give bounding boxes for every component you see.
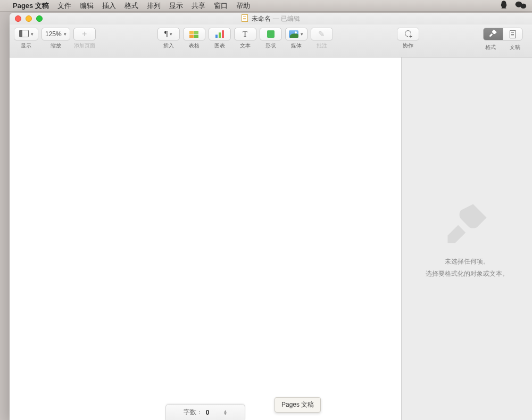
window-titlebar: 未命名 — 已编辑 (10, 13, 532, 24)
format-inspector-panel: 未选择任何项。 选择要格式化的对象或文本。 (401, 57, 532, 420)
chart-icon (215, 30, 224, 38)
media-icon (289, 30, 298, 38)
wechat-icon[interactable] (515, 0, 527, 12)
chevron-down-icon: ▾ (31, 31, 34, 37)
text-button[interactable]: T (234, 28, 256, 40)
word-count-popover[interactable]: 字数： 0 ▲▼ (165, 404, 245, 420)
window-close-button[interactable] (15, 15, 21, 22)
text-icon: T (243, 30, 247, 39)
chevron-down-icon: ▾ (301, 31, 303, 37)
table-button[interactable] (183, 28, 205, 40)
collaborate-icon (403, 29, 413, 39)
menu-help[interactable]: 帮助 (236, 1, 250, 11)
chart-label: 图表 (214, 42, 225, 50)
window-title-name[interactable]: 未命名 (252, 15, 271, 22)
word-count-label: 字数： (184, 408, 203, 417)
media-button[interactable]: ▾ (285, 28, 307, 40)
app-menu[interactable]: Pages 文稿 (13, 1, 49, 11)
comment-label: 批注 (317, 42, 327, 50)
insert-label: 插入 (163, 42, 174, 50)
word-count-value: 0 (206, 409, 210, 416)
brush-icon (488, 28, 498, 40)
window-title: 未命名 — 已编辑 (10, 14, 532, 23)
zoom-button[interactable]: 125%▾ (41, 28, 70, 40)
toolbar: ▾ 显示 125%▾ 缩放 + 添加页面 ¶▾ 插入 表格 图表 T 文本 (10, 24, 532, 57)
window-zoom-button[interactable] (36, 15, 43, 22)
window-minimize-button[interactable] (26, 15, 32, 22)
window-title-status: — 已编辑 (273, 15, 300, 22)
paragraph-icon: ¶ (164, 30, 168, 38)
dock-tooltip: Pages 文稿 (275, 397, 321, 413)
shape-button[interactable] (260, 28, 282, 40)
add-page-label: 添加页面 (74, 42, 95, 50)
menu-format[interactable]: 格式 (124, 1, 138, 11)
comment-icon: ✎ (318, 29, 325, 39)
svg-point-1 (520, 3, 526, 8)
table-label: 表格 (189, 42, 200, 50)
view-button[interactable]: ▾ (14, 28, 38, 40)
view-label: 显示 (21, 42, 31, 50)
document-label: 文稿 (505, 44, 525, 51)
format-inspector-button[interactable] (484, 28, 503, 40)
empty-brush-icon (443, 200, 491, 248)
chevron-down-icon: ▾ (170, 31, 172, 37)
zoom-label: 缩放 (51, 42, 61, 50)
collaborate-button[interactable] (397, 28, 419, 40)
table-icon (189, 31, 198, 38)
media-label: 媒体 (291, 42, 302, 50)
plus-icon: + (82, 29, 87, 39)
document-body: 字数： 0 ▲▼ Pages 文稿 未选择任何项。 选择要格式化的对象或文本。 (10, 57, 532, 420)
stepper-icon[interactable]: ▲▼ (223, 410, 227, 415)
chevron-down-icon: ▾ (64, 31, 66, 37)
inspector-empty-title: 未选择任何项。 (445, 257, 489, 266)
menu-arrange[interactable]: 排列 (147, 1, 161, 11)
inspector-empty-subtitle: 选择要格式化的对象或文本。 (426, 269, 509, 278)
shape-icon (267, 30, 275, 38)
menu-edit[interactable]: 编辑 (80, 1, 94, 11)
view-icon (19, 30, 29, 39)
menu-share[interactable]: 共享 (192, 1, 205, 11)
comment-button[interactable]: ✎ (311, 28, 333, 40)
zoom-value: 125% (45, 30, 62, 38)
document-proxy-icon (242, 14, 248, 22)
menu-window[interactable]: 窗口 (214, 1, 228, 11)
text-label: 文本 (240, 42, 251, 50)
chart-button[interactable] (209, 28, 231, 40)
format-label: 格式 (481, 44, 500, 51)
insert-button[interactable]: ¶▾ (157, 28, 180, 40)
document-inspector-button[interactable] (503, 28, 522, 40)
menu-view[interactable]: 显示 (169, 1, 183, 11)
shape-label: 形状 (265, 42, 276, 50)
system-menubar: Pages 文稿 文件 编辑 插入 格式 排列 显示 共享 窗口 帮助 (0, 0, 532, 12)
pages-window: 未命名 — 已编辑 ▾ 显示 125%▾ 缩放 + 添加页面 ¶▾ 插入 表格 … (10, 13, 532, 420)
status-bar: 字数： 0 ▲▼ (165, 404, 245, 420)
document-icon (510, 30, 516, 38)
add-page-button[interactable]: + (73, 28, 96, 40)
qq-penguin-icon[interactable] (499, 0, 509, 12)
menu-file[interactable]: 文件 (57, 1, 71, 11)
menu-insert[interactable]: 插入 (102, 1, 116, 11)
document-canvas[interactable]: 字数： 0 ▲▼ Pages 文稿 (10, 57, 401, 420)
collaborate-label: 协作 (403, 42, 413, 50)
